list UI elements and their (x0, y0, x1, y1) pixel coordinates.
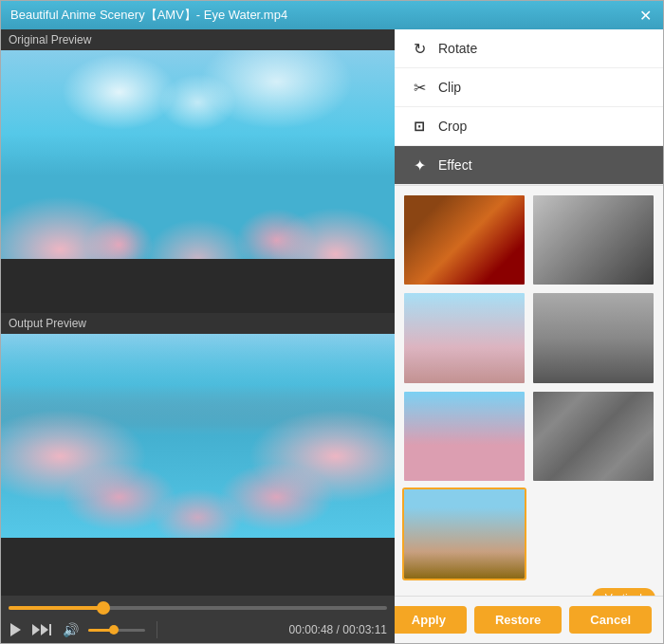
effect-item-2[interactable] (531, 193, 655, 286)
time-current: 00:00:48 (289, 623, 334, 636)
vertical-button[interactable]: Vertical (592, 588, 655, 596)
effect-label: Effect (438, 157, 472, 173)
output-cherry (1, 334, 395, 538)
effect-thumb-3 (404, 293, 525, 382)
tool-rotate[interactable]: ↻ Rotate (395, 29, 663, 68)
effect-item-6[interactable] (531, 390, 655, 483)
clip-icon: ✂ (410, 78, 429, 97)
original-section: Original Preview (1, 29, 395, 313)
clip-label: Clip (438, 80, 461, 95)
tool-effect[interactable]: ✦ Effect (395, 146, 663, 185)
mute-button[interactable]: 🔊 (61, 620, 81, 639)
app-window: Beautiful Anime Scenery【AMV】- Eye Water.… (0, 0, 664, 644)
effect-item-1[interactable] (402, 193, 526, 286)
time-total: 00:03:11 (342, 623, 387, 636)
effect-thumb-2 (533, 195, 654, 285)
volume-thumb[interactable] (109, 625, 119, 635)
effect-thumb-6 (533, 392, 654, 481)
seek-fill (9, 606, 103, 610)
effects-grid (402, 193, 655, 580)
skip-tri-1 (32, 624, 40, 635)
main-content: Original Preview Output Preview (1, 29, 663, 643)
rotate-label: Rotate (438, 41, 477, 56)
apply-button[interactable]: Apply (395, 606, 467, 634)
effect-thumb-1 (404, 195, 525, 285)
effect-icon: ✦ (410, 156, 429, 175)
tool-menu: ↻ Rotate ✂ Clip ⊡ Crop ✦ Effect (395, 29, 663, 186)
effect-item-3[interactable] (402, 291, 526, 384)
play-button[interactable] (9, 621, 23, 638)
effect-thumb-5 (404, 392, 525, 481)
crop-icon: ⊡ (410, 117, 429, 136)
crop-label: Crop (438, 119, 467, 134)
time-sep: / (333, 623, 342, 636)
cancel-button[interactable]: Cancel (569, 606, 652, 634)
restore-button[interactable]: Restore (474, 606, 562, 634)
separator (157, 621, 157, 638)
skip-bar (49, 624, 51, 635)
right-panel: ↻ Rotate ✂ Clip ⊡ Crop ✦ Effect (395, 29, 663, 643)
skip-forward-button[interactable] (30, 622, 53, 637)
volume-icon: 🔊 (63, 622, 79, 637)
output-preview (1, 334, 395, 538)
volume-slider[interactable] (88, 629, 145, 632)
left-panel: Original Preview Output Preview (1, 29, 395, 643)
output-label: Output Preview (1, 313, 395, 334)
seek-thumb[interactable] (97, 601, 110, 615)
action-bar: Apply Restore Cancel (395, 596, 663, 643)
controls-bar: 🔊 00:00:48 / 00:03:11 (1, 596, 395, 643)
skip-tri-2 (41, 624, 48, 635)
original-label: Original Preview (1, 29, 395, 50)
seek-bar[interactable] (9, 601, 387, 615)
title-bar: Beautiful Anime Scenery【AMV】- Eye Water.… (1, 1, 663, 29)
close-button[interactable]: ✕ (636, 7, 654, 24)
cherry-blossom-overlay (1, 165, 395, 259)
effect-thumb-4 (533, 293, 654, 382)
tool-clip[interactable]: ✂ Clip (395, 68, 663, 107)
rotate-icon: ↻ (410, 39, 429, 58)
time-display: 00:00:48 / 00:03:11 (289, 623, 387, 636)
seek-track[interactable] (9, 606, 387, 610)
play-icon (10, 623, 21, 636)
effect-item-5[interactable] (402, 390, 526, 483)
effect-item-4[interactable] (531, 291, 655, 384)
skip-icon (32, 624, 51, 635)
vertical-btn-container: Vertical (402, 588, 655, 596)
playback-controls: 🔊 00:00:48 / 00:03:11 (9, 620, 387, 639)
effect-thumb-7 (404, 489, 525, 579)
original-preview (1, 50, 395, 259)
window-title: Beautiful Anime Scenery【AMV】- Eye Water.… (10, 7, 287, 24)
effect-item-7[interactable] (402, 488, 526, 580)
tool-crop[interactable]: ⊡ Crop (395, 107, 663, 146)
effects-panel: Vertical Adjust ✏ Watermark (395, 186, 663, 596)
output-section: Output Preview (1, 313, 395, 597)
